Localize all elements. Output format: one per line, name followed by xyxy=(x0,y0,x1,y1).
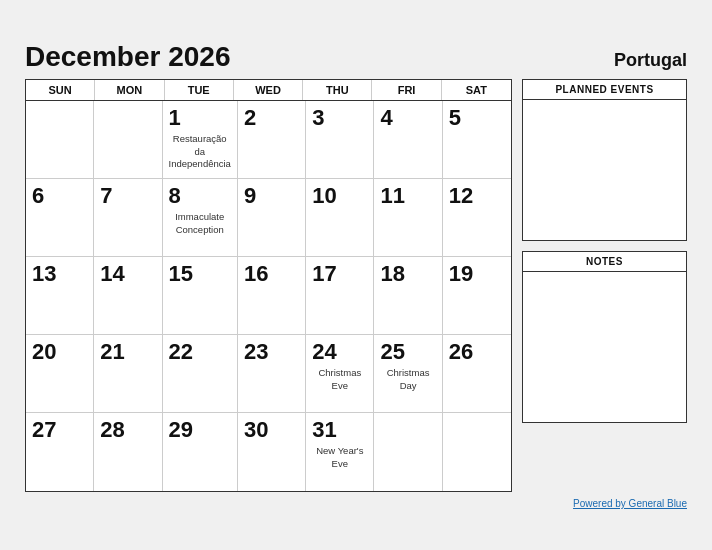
cell-date-number: 22 xyxy=(169,339,231,365)
header: December 2026 Portugal xyxy=(25,41,687,73)
calendar-cell-empty xyxy=(443,413,511,491)
page: December 2026 Portugal SUNMONTUEWEDTHUFR… xyxy=(10,31,702,519)
calendar-cell-28: 28 xyxy=(94,413,162,491)
cell-date-number: 5 xyxy=(449,105,505,131)
day-header-wed: WED xyxy=(234,80,303,100)
calendar-cell-24: 24Christmas Eve xyxy=(306,335,374,413)
cell-date-number: 17 xyxy=(312,261,367,287)
powered-by-link[interactable]: Powered by General Blue xyxy=(573,498,687,509)
notes-content xyxy=(523,272,686,422)
calendar-cell-16: 16 xyxy=(238,257,306,335)
calendar-cell-empty xyxy=(26,101,94,179)
notes-title: NOTES xyxy=(523,252,686,272)
cell-date-number: 21 xyxy=(100,339,155,365)
calendar-cell-empty xyxy=(374,413,442,491)
calendar-cell-25: 25Christmas Day xyxy=(374,335,442,413)
cell-date-number: 15 xyxy=(169,261,231,287)
cell-date-number: 9 xyxy=(244,183,299,209)
calendar-cell-6: 6 xyxy=(26,179,94,257)
calendar-cell-4: 4 xyxy=(374,101,442,179)
cell-event-label: Restauração da Independência xyxy=(169,133,231,170)
calendar-cell-21: 21 xyxy=(94,335,162,413)
cell-date-number: 20 xyxy=(32,339,87,365)
calendar-cell-13: 13 xyxy=(26,257,94,335)
cell-date-number: 4 xyxy=(380,105,435,131)
calendar-cell-7: 7 xyxy=(94,179,162,257)
day-headers: SUNMONTUEWEDTHUFRISAT xyxy=(26,80,511,101)
day-header-tue: TUE xyxy=(165,80,234,100)
calendar-cell-11: 11 xyxy=(374,179,442,257)
cell-date-number: 11 xyxy=(380,183,435,209)
cell-date-number: 13 xyxy=(32,261,87,287)
calendar-cell-3: 3 xyxy=(306,101,374,179)
day-header-thu: THU xyxy=(303,80,372,100)
cell-event-label: New Year's Eve xyxy=(312,445,367,470)
country-label: Portugal xyxy=(614,50,687,71)
calendar-cell-8: 8Immaculate Conception xyxy=(163,179,238,257)
cell-date-number: 28 xyxy=(100,417,155,443)
calendar: SUNMONTUEWEDTHUFRISAT 1Restauração da In… xyxy=(25,79,512,492)
calendar-cell-14: 14 xyxy=(94,257,162,335)
calendar-cell-31: 31New Year's Eve xyxy=(306,413,374,491)
cell-date-number: 12 xyxy=(449,183,505,209)
calendar-cell-12: 12 xyxy=(443,179,511,257)
day-header-mon: MON xyxy=(95,80,164,100)
footer: Powered by General Blue xyxy=(25,498,687,509)
calendar-cell-15: 15 xyxy=(163,257,238,335)
planned-events-content xyxy=(523,100,686,240)
cell-date-number: 8 xyxy=(169,183,231,209)
sidebar: PLANNED EVENTS NOTES xyxy=(522,79,687,492)
cell-date-number: 18 xyxy=(380,261,435,287)
calendar-cell-22: 22 xyxy=(163,335,238,413)
cell-date-number: 16 xyxy=(244,261,299,287)
cell-date-number: 7 xyxy=(100,183,155,209)
cell-date-number: 2 xyxy=(244,105,299,131)
planned-events-box: PLANNED EVENTS xyxy=(522,79,687,241)
calendar-cell-30: 30 xyxy=(238,413,306,491)
cell-date-number: 23 xyxy=(244,339,299,365)
cell-event-label: Christmas Eve xyxy=(312,367,367,392)
calendar-grid: 1Restauração da Independência2345678Imma… xyxy=(26,101,511,491)
cell-date-number: 6 xyxy=(32,183,87,209)
cell-date-number: 29 xyxy=(169,417,231,443)
calendar-cell-29: 29 xyxy=(163,413,238,491)
calendar-cell-20: 20 xyxy=(26,335,94,413)
calendar-cell-5: 5 xyxy=(443,101,511,179)
calendar-cell-18: 18 xyxy=(374,257,442,335)
calendar-cell-10: 10 xyxy=(306,179,374,257)
calendar-title: December 2026 xyxy=(25,41,230,73)
cell-date-number: 1 xyxy=(169,105,231,131)
calendar-cell-9: 9 xyxy=(238,179,306,257)
cell-date-number: 30 xyxy=(244,417,299,443)
calendar-cell-empty xyxy=(94,101,162,179)
cell-date-number: 26 xyxy=(449,339,505,365)
cell-date-number: 19 xyxy=(449,261,505,287)
day-header-sat: SAT xyxy=(442,80,511,100)
calendar-cell-26: 26 xyxy=(443,335,511,413)
cell-date-number: 10 xyxy=(312,183,367,209)
calendar-cell-23: 23 xyxy=(238,335,306,413)
day-header-fri: FRI xyxy=(372,80,441,100)
planned-events-title: PLANNED EVENTS xyxy=(523,80,686,100)
day-header-sun: SUN xyxy=(26,80,95,100)
cell-event-label: Immaculate Conception xyxy=(169,211,231,236)
cell-date-number: 24 xyxy=(312,339,367,365)
cell-event-label: Christmas Day xyxy=(380,367,435,392)
calendar-cell-2: 2 xyxy=(238,101,306,179)
main-area: SUNMONTUEWEDTHUFRISAT 1Restauração da In… xyxy=(25,79,687,492)
calendar-cell-27: 27 xyxy=(26,413,94,491)
notes-box: NOTES xyxy=(522,251,687,423)
calendar-cell-17: 17 xyxy=(306,257,374,335)
cell-date-number: 27 xyxy=(32,417,87,443)
calendar-cell-1: 1Restauração da Independência xyxy=(163,101,238,179)
cell-date-number: 14 xyxy=(100,261,155,287)
calendar-cell-19: 19 xyxy=(443,257,511,335)
cell-date-number: 3 xyxy=(312,105,367,131)
cell-date-number: 31 xyxy=(312,417,367,443)
cell-date-number: 25 xyxy=(380,339,435,365)
